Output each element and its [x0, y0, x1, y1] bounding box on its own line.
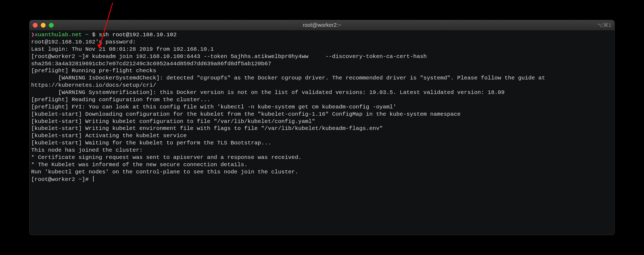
output-line: [WARNING IsDockerSystemdCheck]: detected…: [31, 75, 613, 89]
output-line: [kubelet-start] Writing kubelet environm…: [31, 125, 613, 132]
output-line: * Certificate signing request was sent t…: [31, 154, 613, 161]
output-line: * The Kubelet was informed of the new se…: [31, 161, 613, 169]
output-line: Run 'kubectl get nodes' on the control-p…: [31, 169, 613, 176]
close-button[interactable]: [33, 23, 38, 28]
output-line: This node has joined the cluster:: [31, 147, 613, 154]
prompt-text: [root@worker2 ~]#: [31, 176, 92, 183]
output-line: [WARNING SystemVerification]: this Docke…: [31, 89, 613, 96]
output-line: [kubelet-start] Downloading configuratio…: [31, 111, 613, 118]
output-line: [root@worker2 ~]# kubeadm join 192.168.1…: [31, 53, 613, 68]
minimize-button[interactable]: [41, 23, 46, 28]
output-line: [kubelet-start] Activating the kubelet s…: [31, 132, 613, 140]
traffic-lights: [33, 23, 54, 28]
window-shortcut-hint: ⌥⌘1: [597, 22, 611, 28]
output-line: [preflight] Reading configuration from t…: [31, 96, 613, 104]
output-line: root@192.168.10.102's password:: [31, 39, 613, 46]
prompt-command: ssh root@192.168.10.102: [99, 32, 177, 38]
output-line: [preflight] Running pre-flight checks: [31, 67, 613, 75]
output-line: [kubelet-start] Writing kubelet configur…: [31, 118, 613, 125]
cursor-icon: [93, 176, 94, 182]
output-line: [kubelet-start] Waiting for the kubelet …: [31, 140, 613, 147]
prompt-idle: [root@worker2 ~]#: [31, 176, 613, 183]
prompt-dollar: $: [92, 32, 96, 38]
window-titlebar[interactable]: root@worker2:~ ⌥⌘1: [30, 20, 614, 30]
terminal-window: root@worker2:~ ⌥⌘1 ❯xuanthulab.net ~ $ s…: [30, 20, 614, 235]
output-line: [preflight] FYI: You can look at this co…: [31, 104, 613, 111]
prompt-cwd: ~: [85, 32, 89, 38]
output-line: Last login: Thu Nov 21 08:01:28 2019 fro…: [31, 46, 613, 53]
prompt-line: ❯xuanthulab.net ~ $ ssh root@192.168.10.…: [31, 31, 613, 39]
maximize-button[interactable]: [49, 23, 54, 28]
window-title: root@worker2:~: [30, 22, 614, 28]
prompt-arrow-icon: ❯: [31, 32, 35, 38]
terminal-output[interactable]: ❯xuanthulab.net ~ $ ssh root@192.168.10.…: [30, 30, 614, 235]
prompt-host: xuanthulab.net: [35, 32, 82, 38]
